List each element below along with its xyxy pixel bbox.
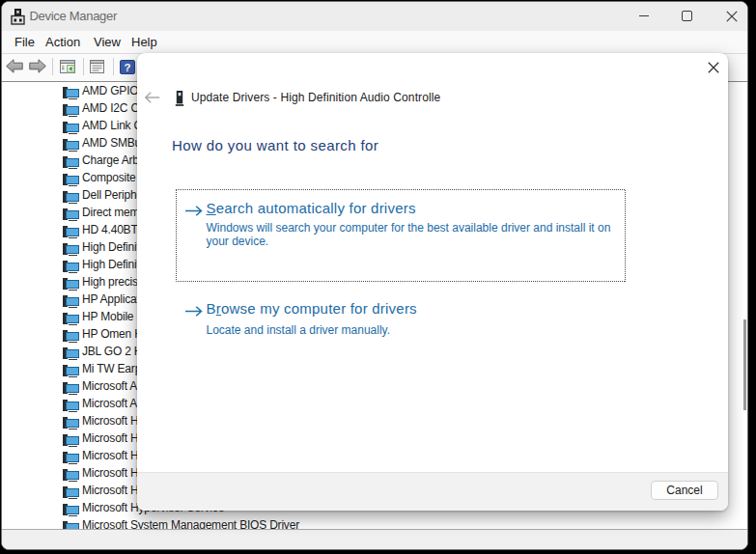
svg-text:?: ? — [124, 62, 130, 73]
